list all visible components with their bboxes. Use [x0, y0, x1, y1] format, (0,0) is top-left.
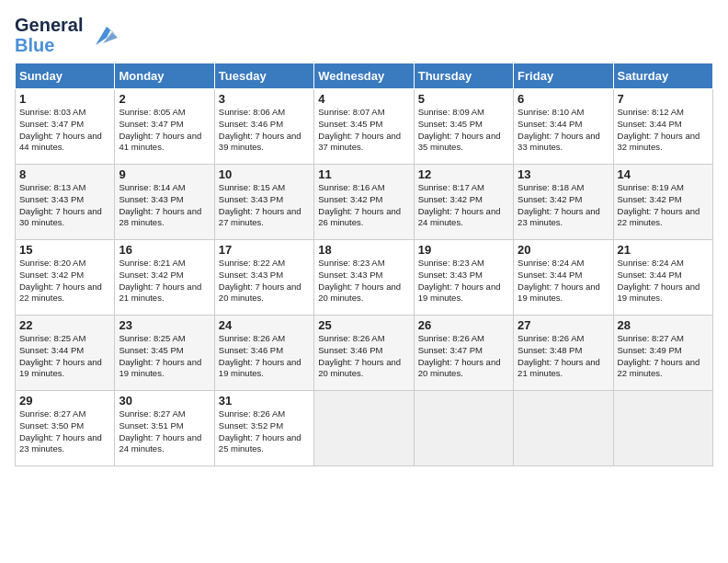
page: General Blue SundayMondayTuesdayWednesda… [0, 0, 728, 563]
day-detail: Sunrise: 8:06 AMSunset: 3:46 PMDaylight:… [219, 107, 310, 154]
day-detail: Sunrise: 8:17 AMSunset: 3:42 PMDaylight:… [418, 182, 509, 229]
day-detail: Sunrise: 8:27 AMSunset: 3:50 PMDaylight:… [19, 408, 110, 455]
calendar-cell: 19Sunrise: 8:23 AMSunset: 3:43 PMDayligh… [414, 240, 513, 316]
calendar-cell: 28Sunrise: 8:27 AMSunset: 3:49 PMDayligh… [613, 316, 712, 391]
calendar-week-row: 29Sunrise: 8:27 AMSunset: 3:50 PMDayligh… [16, 391, 713, 466]
calendar-cell: 8Sunrise: 8:13 AMSunset: 3:43 PMDaylight… [16, 165, 115, 240]
day-header-sunday: Sunday [16, 63, 115, 89]
day-detail: Sunrise: 8:14 AMSunset: 3:43 PMDaylight:… [119, 182, 210, 229]
day-header-monday: Monday [115, 63, 214, 89]
day-detail: Sunrise: 8:26 AMSunset: 3:46 PMDaylight:… [219, 333, 310, 380]
calendar-cell: 4Sunrise: 8:07 AMSunset: 3:45 PMDaylight… [314, 89, 414, 165]
calendar-week-row: 22Sunrise: 8:25 AMSunset: 3:44 PMDayligh… [16, 316, 713, 391]
header: General Blue [15, 15, 713, 55]
calendar-cell: 16Sunrise: 8:21 AMSunset: 3:42 PMDayligh… [115, 240, 214, 316]
calendar-cell: 9Sunrise: 8:14 AMSunset: 3:43 PMDaylight… [115, 165, 214, 240]
calendar-cell: 15Sunrise: 8:20 AMSunset: 3:42 PMDayligh… [16, 240, 115, 316]
day-number: 3 [219, 92, 310, 106]
day-detail: Sunrise: 8:18 AMSunset: 3:42 PMDaylight:… [518, 182, 609, 229]
day-number: 4 [318, 92, 409, 106]
calendar-cell: 26Sunrise: 8:26 AMSunset: 3:47 PMDayligh… [414, 316, 513, 391]
day-number: 15 [19, 243, 110, 257]
day-detail: Sunrise: 8:12 AMSunset: 3:44 PMDaylight:… [618, 107, 709, 154]
day-number: 21 [618, 243, 709, 257]
day-header-friday: Friday [514, 63, 613, 89]
calendar-cell: 27Sunrise: 8:26 AMSunset: 3:48 PMDayligh… [514, 316, 613, 391]
calendar-header-row: SundayMondayTuesdayWednesdayThursdayFrid… [16, 63, 713, 89]
day-number: 24 [219, 318, 310, 332]
calendar-cell: 10Sunrise: 8:15 AMSunset: 3:43 PMDayligh… [214, 165, 313, 240]
day-detail: Sunrise: 8:19 AMSunset: 3:42 PMDaylight:… [618, 182, 709, 229]
day-number: 16 [119, 243, 210, 257]
calendar-cell: 14Sunrise: 8:19 AMSunset: 3:42 PMDayligh… [613, 165, 712, 240]
calendar-cell: 30Sunrise: 8:27 AMSunset: 3:51 PMDayligh… [115, 391, 214, 466]
day-number: 19 [418, 243, 509, 257]
logo-icon [86, 17, 121, 52]
day-number: 13 [518, 167, 609, 181]
calendar-cell: 31Sunrise: 8:26 AMSunset: 3:52 PMDayligh… [214, 391, 313, 466]
calendar-cell: 17Sunrise: 8:22 AMSunset: 3:43 PMDayligh… [214, 240, 313, 316]
day-detail: Sunrise: 8:16 AMSunset: 3:42 PMDaylight:… [318, 182, 409, 229]
day-number: 25 [318, 318, 409, 332]
day-number: 29 [19, 394, 110, 408]
day-number: 27 [518, 318, 609, 332]
day-number: 20 [518, 243, 609, 257]
calendar-cell [314, 391, 414, 466]
day-detail: Sunrise: 8:26 AMSunset: 3:47 PMDaylight:… [418, 333, 509, 380]
calendar-cell: 2Sunrise: 8:05 AMSunset: 3:47 PMDaylight… [115, 89, 214, 165]
day-detail: Sunrise: 8:26 AMSunset: 3:46 PMDaylight:… [318, 333, 409, 380]
day-number: 7 [618, 92, 709, 106]
calendar-table: SundayMondayTuesdayWednesdayThursdayFrid… [15, 63, 713, 466]
day-detail: Sunrise: 8:05 AMSunset: 3:47 PMDaylight:… [119, 107, 210, 154]
calendar-week-row: 15Sunrise: 8:20 AMSunset: 3:42 PMDayligh… [16, 240, 713, 316]
day-detail: Sunrise: 8:15 AMSunset: 3:43 PMDaylight:… [219, 182, 310, 229]
calendar-cell: 5Sunrise: 8:09 AMSunset: 3:45 PMDaylight… [414, 89, 513, 165]
calendar-cell: 20Sunrise: 8:24 AMSunset: 3:44 PMDayligh… [514, 240, 613, 316]
day-number: 18 [318, 243, 409, 257]
day-detail: Sunrise: 8:21 AMSunset: 3:42 PMDaylight:… [119, 258, 210, 304]
calendar-cell: 7Sunrise: 8:12 AMSunset: 3:44 PMDaylight… [613, 89, 712, 165]
day-number: 1 [19, 92, 110, 106]
calendar-cell: 23Sunrise: 8:25 AMSunset: 3:45 PMDayligh… [115, 316, 214, 391]
calendar-cell [414, 391, 513, 466]
day-detail: Sunrise: 8:20 AMSunset: 3:42 PMDaylight:… [19, 258, 110, 304]
logo-text: General Blue [15, 15, 83, 55]
day-number: 28 [618, 318, 709, 332]
logo: General Blue [15, 15, 121, 55]
day-detail: Sunrise: 8:25 AMSunset: 3:45 PMDaylight:… [119, 333, 210, 380]
calendar-cell: 25Sunrise: 8:26 AMSunset: 3:46 PMDayligh… [314, 316, 414, 391]
day-number: 8 [19, 167, 110, 181]
day-detail: Sunrise: 8:27 AMSunset: 3:51 PMDaylight:… [119, 408, 210, 455]
day-number: 17 [219, 243, 310, 257]
day-detail: Sunrise: 8:23 AMSunset: 3:43 PMDaylight:… [318, 258, 409, 304]
day-header-wednesday: Wednesday [314, 63, 414, 89]
day-number: 23 [119, 318, 210, 332]
day-number: 31 [219, 394, 310, 408]
day-detail: Sunrise: 8:24 AMSunset: 3:44 PMDaylight:… [518, 258, 609, 304]
day-header-saturday: Saturday [613, 63, 712, 89]
day-number: 2 [119, 92, 210, 106]
day-detail: Sunrise: 8:13 AMSunset: 3:43 PMDaylight:… [19, 182, 110, 229]
calendar-cell: 11Sunrise: 8:16 AMSunset: 3:42 PMDayligh… [314, 165, 414, 240]
calendar-week-row: 8Sunrise: 8:13 AMSunset: 3:43 PMDaylight… [16, 165, 713, 240]
calendar-cell: 13Sunrise: 8:18 AMSunset: 3:42 PMDayligh… [514, 165, 613, 240]
day-detail: Sunrise: 8:26 AMSunset: 3:52 PMDaylight:… [219, 408, 310, 455]
day-detail: Sunrise: 8:03 AMSunset: 3:47 PMDaylight:… [19, 107, 110, 154]
calendar-cell: 24Sunrise: 8:26 AMSunset: 3:46 PMDayligh… [214, 316, 313, 391]
day-number: 10 [219, 167, 310, 181]
calendar-cell: 21Sunrise: 8:24 AMSunset: 3:44 PMDayligh… [613, 240, 712, 316]
day-detail: Sunrise: 8:23 AMSunset: 3:43 PMDaylight:… [418, 258, 509, 304]
calendar-cell: 22Sunrise: 8:25 AMSunset: 3:44 PMDayligh… [16, 316, 115, 391]
day-number: 26 [418, 318, 509, 332]
day-number: 22 [19, 318, 110, 332]
day-detail: Sunrise: 8:25 AMSunset: 3:44 PMDaylight:… [19, 333, 110, 380]
day-number: 9 [119, 167, 210, 181]
calendar-cell: 6Sunrise: 8:10 AMSunset: 3:44 PMDaylight… [514, 89, 613, 165]
calendar-cell [613, 391, 712, 466]
calendar-week-row: 1Sunrise: 8:03 AMSunset: 3:47 PMDaylight… [16, 89, 713, 165]
day-header-tuesday: Tuesday [214, 63, 313, 89]
day-number: 14 [618, 167, 709, 181]
day-number: 5 [418, 92, 509, 106]
calendar-cell: 1Sunrise: 8:03 AMSunset: 3:47 PMDaylight… [16, 89, 115, 165]
day-detail: Sunrise: 8:07 AMSunset: 3:45 PMDaylight:… [318, 107, 409, 154]
